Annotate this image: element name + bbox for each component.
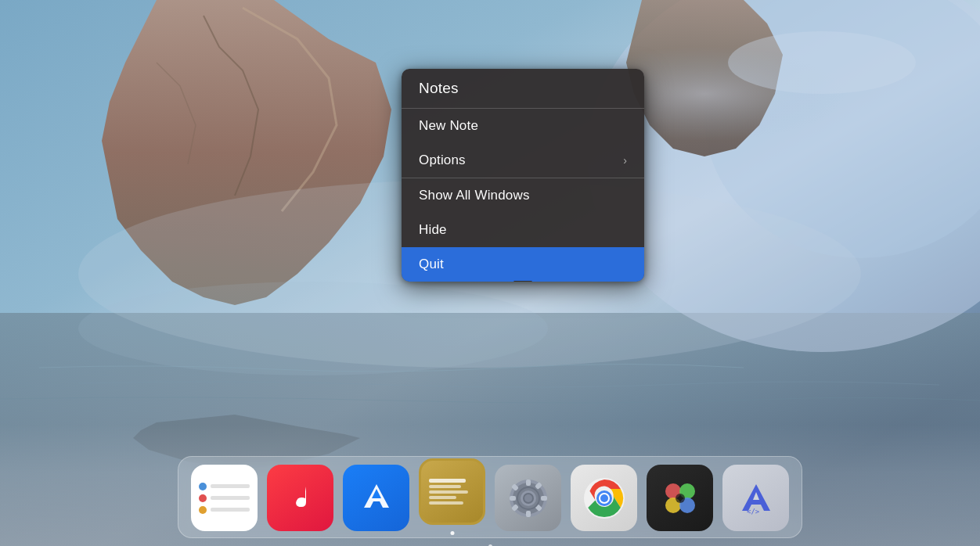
svg-rect-13: [526, 480, 531, 486]
acode-icon: </>: [736, 478, 776, 519]
svg-point-7: [728, 31, 916, 94]
context-menu-hide[interactable]: Hide: [402, 213, 644, 247]
dock-app-acode[interactable]: </>: [722, 465, 789, 531]
appstore-icon: [356, 478, 397, 519]
dock-app-preferences[interactable]: [495, 465, 561, 531]
submenu-arrow-icon: ›: [623, 154, 627, 167]
context-menu-app-title: Notes: [402, 69, 644, 108]
svg-point-31: [676, 494, 685, 503]
context-menu: Notes New Note Options › Show All Window…: [402, 69, 644, 282]
context-menu-tail: [513, 281, 532, 282]
dock-app-reminders[interactable]: [191, 465, 258, 531]
svg-rect-14: [526, 511, 531, 517]
svg-text:</>: </>: [747, 508, 760, 515]
dock-app-davinci[interactable]: [647, 465, 713, 531]
svg-point-22: [524, 494, 532, 502]
context-menu-show-all-windows[interactable]: Show All Windows: [402, 178, 644, 213]
dock-active-dot: [450, 531, 454, 535]
preferences-icon: [506, 476, 550, 520]
svg-rect-16: [541, 496, 547, 501]
dock-app-notes[interactable]: [419, 458, 485, 525]
context-menu-new-note[interactable]: New Note: [402, 109, 644, 143]
svg-point-5: [78, 282, 548, 375]
dock: </>: [0, 425, 980, 546]
context-menu-quit[interactable]: Quit: [402, 247, 644, 282]
dock-app-appstore[interactable]: [343, 465, 409, 531]
context-menu-options-label: Options: [419, 153, 466, 168]
music-icon: [281, 479, 320, 518]
davinci-icon: [660, 478, 701, 519]
dock-app-chrome[interactable]: [571, 465, 637, 531]
dock-app-music[interactable]: [267, 465, 333, 531]
svg-point-26: [600, 494, 608, 502]
chrome-icon: [582, 476, 626, 520]
svg-point-8: [296, 499, 304, 507]
svg-rect-15: [510, 496, 516, 501]
context-menu-options[interactable]: Options ›: [402, 143, 644, 178]
dock-inner: </>: [178, 456, 802, 538]
